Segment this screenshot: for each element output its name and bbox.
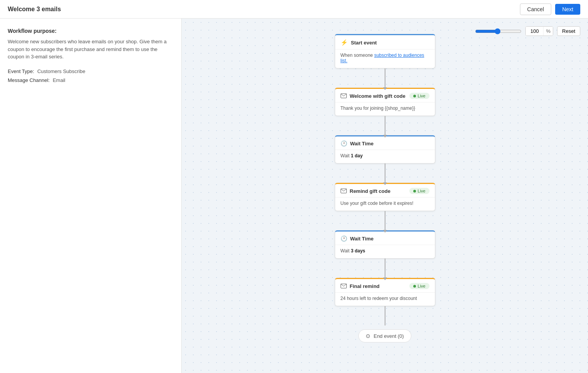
welcome-gift-header: Welcome with gift code Live [335, 89, 435, 102]
remind-gift-body: Use your gift code before it expires! [335, 198, 435, 211]
page-title: Welcome 3 emails [8, 6, 61, 13]
zoom-slider-container [475, 28, 522, 34]
wait-time-1-body: Wait 1 day [335, 150, 435, 163]
welcome-gift-node[interactable]: Welcome with gift code Live Thank you fo… [335, 88, 435, 116]
workflow-canvas: ⚡ Start event When someone subscribed to… [182, 19, 588, 366]
wait-time-1-node[interactable]: 🕐 Wait Time Wait 1 day [335, 135, 435, 164]
final-remind-header: Final remind Live [335, 279, 435, 293]
remind-gift-node[interactable]: Remind gift code Live Use your gift code… [335, 183, 435, 211]
start-event-node[interactable]: ⚡ Start event When someone subscribed to… [335, 34, 435, 68]
wait-2-duration: 3 days [351, 248, 365, 254]
zoom-input-group: % [525, 26, 553, 36]
mail-icon-2 [341, 188, 347, 194]
mail-icon-3 [341, 283, 347, 289]
zoom-input[interactable] [526, 27, 543, 36]
mail-icon-1 [341, 93, 347, 99]
start-event-title: Start event [351, 40, 377, 46]
bolt-icon: ⚡ [341, 39, 348, 46]
reset-button[interactable]: Reset [557, 26, 580, 36]
wait-time-2-header: 🕐 Wait Time [335, 232, 435, 245]
wait-time-2-body: Wait 3 days [335, 245, 435, 258]
header-actions: Cancel Next [520, 3, 580, 15]
final-remind-title: Final remind [350, 283, 380, 289]
wait-time-1-header: 🕐 Wait Time [335, 136, 435, 150]
wait-time-2-node[interactable]: 🕐 Wait Time Wait 3 days [335, 230, 435, 259]
header: Welcome 3 emails Cancel Next [0, 0, 588, 19]
left-panel: Workflow purpose: Welcome new subscriber… [0, 19, 182, 373]
connector-3 [385, 164, 385, 183]
welcome-gift-badge: Live [409, 93, 429, 99]
start-event-header: ⚡ Start event [335, 35, 435, 49]
final-remind-node[interactable]: Final remind Live 24 hours left to redee… [335, 278, 435, 306]
connector-4 [385, 211, 385, 230]
workflow-description: Welcome new subscribers who leave emails… [8, 38, 174, 61]
event-type-row: Event Type: Customers Subscribe [8, 68, 174, 74]
next-button[interactable]: Next [555, 4, 580, 15]
welcome-gift-title: Welcome with gift code [350, 93, 406, 99]
message-channel-label: Message Channel: [8, 77, 49, 83]
final-remind-body: 24 hours left to redeem your discount [335, 293, 435, 306]
section-title: Workflow purpose: [8, 28, 174, 34]
connector-1 [385, 68, 385, 88]
event-type-value: Customers Subscribe [37, 68, 85, 74]
final-remind-badge: Live [409, 283, 429, 289]
remind-gift-badge: Live [409, 188, 429, 194]
event-type-label: Event Type: [8, 68, 34, 74]
clock-icon-2: 🕐 [341, 235, 347, 242]
wait-time-1-title: Wait Time [350, 141, 374, 146]
start-event-body: When someone subscribed to audiences lis… [335, 49, 435, 68]
zoom-controls: % Reset [475, 26, 580, 36]
cancel-button[interactable]: Cancel [520, 3, 552, 15]
zoom-slider[interactable] [475, 28, 522, 34]
message-channel-value: Email [53, 77, 65, 83]
zoom-percent-label: % [543, 27, 553, 36]
end-event-node[interactable]: ⊙ End event (0) [358, 329, 411, 342]
remind-gift-header: Remind gift code Live [335, 184, 435, 198]
end-event-label: End event (0) [373, 333, 404, 339]
remind-gift-title: Remind gift code [350, 188, 390, 194]
connector-5 [385, 259, 385, 278]
canvas-panel: % Reset ⚡ Start event When someone subsc… [182, 19, 588, 373]
connector-2 [385, 116, 385, 135]
wait-time-2-title: Wait Time [350, 236, 374, 242]
message-channel-row: Message Channel: Email [8, 77, 174, 83]
end-event-icon: ⊙ [366, 333, 370, 339]
clock-icon-1: 🕐 [341, 140, 347, 146]
welcome-gift-body: Thank you for joining {{shop_name}} [335, 102, 435, 116]
main-layout: Workflow purpose: Welcome new subscriber… [0, 19, 588, 373]
connector-6 [385, 306, 385, 325]
wait-1-duration: 1 day [351, 153, 363, 158]
